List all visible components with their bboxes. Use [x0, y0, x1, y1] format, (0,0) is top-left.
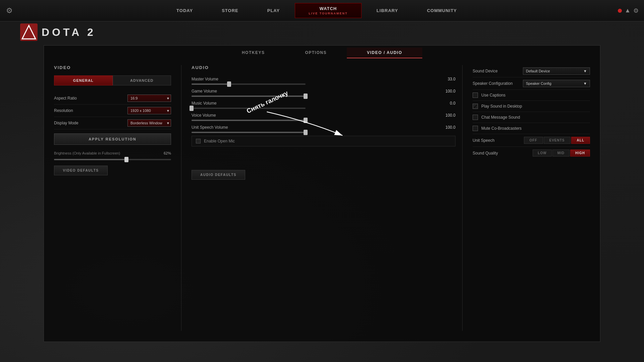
unit-speech-events-btn[interactable]: EVENTS [544, 137, 571, 144]
unit-speech-label: Unit Speech [473, 138, 494, 143]
resolution-row: Resolution 644 x 362 ▼ [54, 105, 171, 117]
music-volume-label: Music Volume [192, 101, 245, 106]
video-toggle-buttons: GENERAL ADVANCED [54, 75, 171, 85]
nav-items: TODAY STORE PLAY WATCH LIVE TOURNAMENT L… [15, 3, 618, 18]
aspect-ratio-value: 16:9 ▼ [127, 95, 171, 102]
voice-volume-label: Voice Volume [192, 113, 245, 118]
use-captions-checkbox[interactable] [473, 93, 478, 98]
unit-speech-volume-fill [192, 132, 306, 133]
brightness-slider-thumb[interactable] [124, 157, 128, 162]
brightness-row: Brightness (Only Available in Fullscreen… [54, 149, 171, 158]
play-sound-desktop-checkbox[interactable]: ✓ [473, 104, 478, 109]
tabs-bar: HOTKEYS OPTIONS VIDEO / AUDIO [44, 46, 600, 58]
music-volume-slider[interactable] [192, 108, 306, 109]
voice-volume-slider[interactable] [192, 120, 306, 121]
sound-device-dropdown[interactable]: Default Device ▼ [523, 67, 590, 75]
display-mode-row: Display Mode Borderless Window ▼ [54, 117, 171, 129]
nav-community[interactable]: COMMUNITY [413, 5, 471, 16]
unit-speech-volume-value: 100.0 [442, 125, 455, 130]
unit-speech-volume-row: Unit Speech Volume 100.0 [192, 124, 455, 131]
aspect-ratio-row: Aspect Ratio 16:9 ▼ [54, 92, 171, 105]
aspect-ratio-label: Aspect Ratio [54, 96, 77, 101]
gear-icon[interactable]: ⚙ [633, 7, 639, 14]
settings-icon[interactable]: ⚙ [3, 5, 15, 17]
advanced-tab-btn[interactable]: ADVANCED [113, 75, 171, 85]
unit-speech-all-btn[interactable]: ALL [571, 137, 590, 144]
game-volume-row: Game Volume 100.0 [192, 87, 455, 95]
tab-options[interactable]: OPTIONS [285, 48, 347, 58]
logo-area: DOTA 2 [20, 23, 96, 41]
resolution-dropdown-wrapper: 644 x 362 ▼ [127, 107, 171, 114]
chat-message-sound-row: Chat Message Sound [473, 112, 590, 123]
nav-play[interactable]: PLAY [254, 5, 293, 16]
notification-dot [618, 9, 622, 13]
tab-video-audio[interactable]: VIDEO / AUDIO [347, 48, 422, 58]
enable-mic-checkbox[interactable] [196, 139, 201, 143]
speaker-config-dropdown[interactable]: Speaker Config ▼ [523, 80, 590, 87]
master-volume-value: 33.0 [442, 77, 455, 81]
video-section-title: VIDEO [54, 65, 171, 70]
nav-today[interactable]: TODAY [163, 5, 207, 16]
music-volume-value: 0.0 [442, 101, 455, 106]
game-volume-slider[interactable] [192, 96, 306, 97]
video-defaults-button[interactable]: VIDEO DEFAULTS [54, 166, 108, 175]
game-volume-thumb[interactable] [304, 94, 308, 99]
sound-quality-high-btn[interactable]: HIGH [570, 149, 590, 157]
speaker-config-arrow-icon: ▼ [583, 81, 587, 85]
top-navigation-bar: ⚙ TODAY STORE PLAY WATCH LIVE TOURNAMENT… [0, 0, 644, 21]
brightness-slider[interactable] [54, 159, 171, 160]
nav-right-icons: ▲ ⚙ [618, 7, 644, 14]
nav-store[interactable]: STORE [208, 5, 252, 16]
sound-quality-low-btn[interactable]: LOW [533, 149, 551, 157]
brightness-slider-fill [54, 159, 126, 160]
apply-resolution-button[interactable]: APPLY RESOLUTION [54, 133, 171, 145]
music-volume-row: Music Volume 0.0 [192, 100, 455, 107]
audio-defaults-button[interactable]: AUDIO DEFAULTS [192, 170, 245, 180]
nav-watch[interactable]: WATCH LIVE TOURNAMENT [295, 3, 361, 18]
mute-co-broadcasters-label: Mute Co-Broadcasters [481, 126, 522, 131]
display-mode-dropdown[interactable]: Borderless Window [127, 119, 171, 127]
unit-speech-row: Unit Speech OFF EVENTS ALL [473, 134, 590, 147]
unit-speech-volume-slider[interactable] [192, 132, 306, 133]
use-captions-row: Use Captions [473, 90, 590, 101]
main-content-panel: HOTKEYS OPTIONS VIDEO / AUDIO VIDEO GENE… [44, 45, 600, 342]
chat-message-sound-checkbox[interactable] [473, 115, 478, 120]
sound-device-arrow-icon: ▼ [583, 69, 587, 73]
mute-co-broadcasters-checkbox[interactable] [473, 126, 478, 131]
audio-section-title: AUDIO [192, 65, 455, 70]
aspect-ratio-dropdown[interactable]: 16:9 [127, 95, 171, 102]
voice-volume-thumb[interactable] [304, 118, 308, 123]
nav-library[interactable]: LIBRARY [363, 5, 412, 16]
voice-volume-row: Voice Volume 100.0 [192, 112, 455, 119]
resolution-value: 644 x 362 ▼ [127, 107, 171, 114]
resolution-label: Resolution [54, 108, 73, 113]
sound-quality-mid-btn[interactable]: MID [552, 149, 570, 157]
display-mode-value: Borderless Window ▼ [127, 119, 171, 127]
master-volume-slider[interactable] [192, 83, 306, 85]
speaker-config-row: Speaker Configuration Speaker Config ▼ [473, 77, 590, 90]
general-tab-btn[interactable]: GENERAL [54, 75, 113, 85]
music-volume-thumb[interactable] [190, 106, 194, 111]
unit-speech-volume-thumb[interactable] [304, 130, 308, 135]
voice-volume-fill [192, 120, 306, 121]
game-volume-fill [192, 96, 306, 97]
dota-title-text: DOTA 2 [42, 26, 96, 39]
tab-hotkeys[interactable]: HOTKEYS [222, 48, 285, 58]
audio-panel: AUDIO Master Volume 33.0 Game Volume 100… [181, 65, 463, 331]
chat-message-sound-label: Chat Message Sound [481, 115, 520, 120]
friends-icon[interactable]: ▲ [625, 7, 631, 14]
enable-mic-label: Enable Open Mic [204, 139, 235, 143]
sound-quality-label: Sound Quality [473, 151, 498, 156]
sound-device-row: Sound Device Default Device ▼ [473, 65, 590, 77]
brightness-label: Brightness (Only Available in Fullscreen… [54, 151, 120, 155]
voice-volume-value: 100.0 [442, 113, 455, 118]
master-volume-thumb[interactable] [227, 81, 231, 87]
use-captions-label: Use Captions [481, 93, 505, 98]
aspect-ratio-dropdown-wrapper: 16:9 ▼ [127, 95, 171, 102]
sound-settings-panel: Sound Device Default Device ▼ Speaker Co… [463, 65, 590, 331]
video-panel: VIDEO GENERAL ADVANCED Aspect Ratio 16:9 [54, 65, 181, 331]
resolution-dropdown[interactable]: 644 x 362 [127, 107, 171, 114]
panels-container: VIDEO GENERAL ADVANCED Aspect Ratio 16:9 [44, 58, 600, 338]
unit-speech-off-btn[interactable]: OFF [524, 137, 543, 144]
master-volume-label: Master Volume [192, 77, 245, 81]
